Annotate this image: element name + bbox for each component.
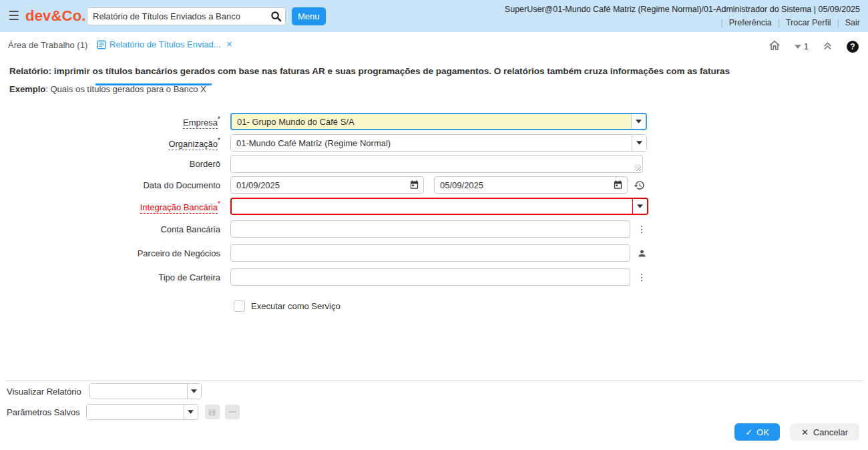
window-counter: 1 bbox=[804, 41, 809, 51]
integracao-bancaria-combobox bbox=[230, 198, 648, 215]
footer-separator bbox=[5, 381, 863, 381]
save-parameters-button[interactable] bbox=[205, 405, 220, 419]
empresa-combobox bbox=[230, 113, 647, 130]
global-search bbox=[87, 7, 286, 25]
conta-bancaria-input[interactable] bbox=[230, 220, 630, 238]
organizacao-combobox bbox=[230, 134, 647, 152]
minus-icon bbox=[229, 411, 236, 413]
report-icon bbox=[97, 40, 106, 49]
tipo-carteira-input[interactable] bbox=[230, 268, 630, 286]
bordero-row: Borderô bbox=[0, 155, 668, 173]
ok-button[interactable]: ✓ OK bbox=[734, 423, 780, 441]
tab-workspace[interactable]: Área de Trabalho (1) bbox=[8, 40, 87, 50]
search-input[interactable] bbox=[87, 8, 266, 25]
close-icon: ✕ bbox=[801, 427, 809, 437]
search-icon[interactable] bbox=[266, 8, 285, 25]
tab-active-report[interactable]: Relatório de Títulos Enviad... ✕ bbox=[97, 39, 232, 49]
parceiro-negocios-input[interactable] bbox=[230, 244, 630, 262]
app-logo: dev&Co. bbox=[25, 7, 86, 25]
empresa-label: Empresa* bbox=[0, 116, 220, 127]
organizacao-label: Organização* bbox=[0, 137, 220, 148]
collapse-all-icon[interactable] bbox=[822, 40, 833, 53]
empresa-input[interactable] bbox=[232, 114, 631, 129]
help-icon[interactable]: ? bbox=[847, 41, 859, 53]
conta-bancaria-label: Conta Bancária bbox=[0, 224, 220, 234]
user-session-info: SuperUser@01-Mundo Café Matriz (Regime N… bbox=[505, 5, 860, 14]
integracao-bancaria-dropdown-icon[interactable] bbox=[632, 199, 647, 214]
tab-bar: Área de Trabalho (1) Relatório de Título… bbox=[0, 32, 868, 59]
visualizar-relatorio-dropdown-icon[interactable] bbox=[187, 384, 201, 399]
empresa-row: Empresa* bbox=[0, 113, 668, 130]
visualizar-relatorio-label: Visualizar Relatório bbox=[7, 387, 81, 397]
caret-down-icon bbox=[795, 45, 801, 49]
date-from-input[interactable] bbox=[230, 176, 424, 194]
parametros-salvos-dropdown-icon[interactable] bbox=[184, 405, 198, 419]
integracao-bancaria-row: Integração Bancária* bbox=[0, 198, 668, 215]
visualizar-relatorio-input[interactable] bbox=[90, 384, 187, 399]
data-documento-label: Data do Documento bbox=[0, 180, 220, 190]
link-separator: | bbox=[772, 18, 786, 27]
calendar-icon[interactable] bbox=[409, 180, 419, 192]
required-marker: * bbox=[218, 116, 220, 123]
window-list-dropdown[interactable]: 1 bbox=[795, 41, 809, 51]
record-picker-dots-icon[interactable]: ⋮ bbox=[636, 272, 648, 282]
parametros-salvos-row: Parâmetros Salvos bbox=[0, 404, 240, 420]
home-icon[interactable] bbox=[768, 39, 781, 54]
top-bar: ☰ dev&Co. Menu SuperUser@01-Mundo Café M… bbox=[0, 0, 868, 32]
date-from-field bbox=[230, 176, 424, 194]
parceiro-negocios-label: Parceiro de Negócios bbox=[0, 248, 220, 258]
executar-como-servico-label: Executar como Serviço bbox=[251, 301, 341, 311]
integracao-bancaria-input[interactable] bbox=[232, 199, 632, 214]
tab-active-label: Relatório de Títulos Enviad... bbox=[110, 39, 221, 49]
cancel-button[interactable]: ✕ Cancelar bbox=[790, 423, 859, 441]
parametros-salvos-label: Parâmetros Salvos bbox=[7, 407, 80, 417]
trocar-perfil-link[interactable]: Trocar Perfil bbox=[786, 18, 831, 27]
visualizar-relatorio-row: Visualizar Relatório bbox=[0, 383, 202, 399]
link-separator: | bbox=[831, 18, 845, 27]
tipo-carteira-row: Tipo de Carteira ⋮ bbox=[0, 268, 668, 286]
report-example: Exemplo: Quais os títulos gerados para o… bbox=[9, 84, 206, 94]
cancel-button-label: Cancelar bbox=[813, 427, 848, 437]
organizacao-row: Organização* bbox=[0, 134, 668, 152]
sair-link[interactable]: Sair bbox=[845, 18, 860, 27]
parametros-salvos-input[interactable] bbox=[87, 405, 184, 419]
date-to-input[interactable] bbox=[434, 176, 628, 194]
executar-servico-row: Executar como Serviço bbox=[0, 297, 668, 314]
menu-button[interactable]: Menu bbox=[292, 7, 326, 25]
organizacao-dropdown-icon[interactable] bbox=[632, 135, 646, 151]
required-marker: * bbox=[218, 137, 220, 144]
parametros-salvos-combobox bbox=[86, 404, 198, 420]
executar-como-servico-checkbox[interactable] bbox=[234, 300, 245, 312]
bordero-label: Borderô bbox=[0, 159, 220, 169]
tab-close-icon[interactable]: ✕ bbox=[226, 40, 232, 49]
business-partner-icon[interactable] bbox=[636, 248, 648, 258]
parceiro-negocios-row: Parceiro de Negócios bbox=[0, 244, 668, 262]
restore-history-icon[interactable] bbox=[633, 180, 645, 191]
ok-button-label: OK bbox=[756, 427, 769, 437]
user-links: | Preferência | Trocar Perfil | Sair bbox=[714, 18, 860, 27]
required-marker: * bbox=[218, 200, 220, 208]
data-documento-row: Data do Documento bbox=[0, 176, 668, 194]
integracao-bancaria-label: Integração Bancária* bbox=[0, 200, 220, 212]
delete-parameters-button[interactable] bbox=[225, 405, 240, 419]
organizacao-input[interactable] bbox=[231, 135, 632, 151]
hamburger-menu-icon[interactable]: ☰ bbox=[8, 9, 19, 23]
bordero-textarea[interactable] bbox=[230, 155, 643, 173]
date-to-field bbox=[434, 176, 628, 194]
empresa-dropdown-icon[interactable] bbox=[631, 114, 646, 129]
check-icon: ✓ bbox=[745, 427, 752, 437]
save-icon bbox=[208, 408, 216, 417]
example-label: Exemplo bbox=[9, 84, 45, 94]
preferencia-link[interactable]: Preferência bbox=[729, 18, 772, 27]
report-parameters-form: Empresa* Organização* Borderô Data do Do… bbox=[0, 113, 668, 318]
example-text: : Quais os títulos gerados para o Banco … bbox=[45, 84, 206, 94]
visualizar-relatorio-combobox bbox=[89, 383, 202, 399]
conta-bancaria-row: Conta Bancária ⋮ bbox=[0, 220, 668, 238]
calendar-icon[interactable] bbox=[613, 180, 623, 192]
report-description: Relatório: imprimir os títulos bancários… bbox=[9, 66, 730, 76]
tipo-carteira-label: Tipo de Carteira bbox=[0, 272, 220, 282]
record-picker-dots-icon[interactable]: ⋮ bbox=[636, 224, 648, 234]
resize-handle[interactable] bbox=[634, 164, 641, 171]
link-separator: | bbox=[714, 18, 728, 27]
